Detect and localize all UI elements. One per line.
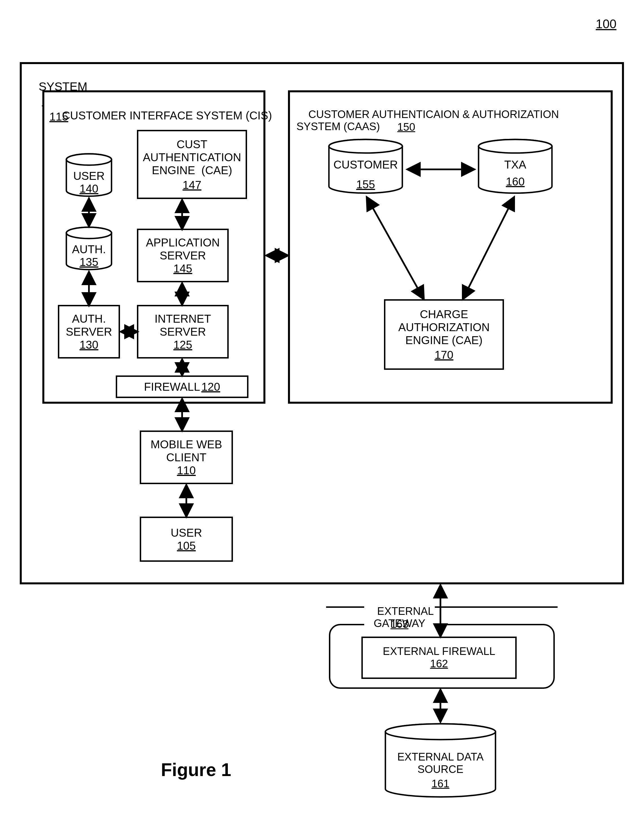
cae-label: CUST AUTHENTICATION ENGINE (CAE) [143, 138, 241, 177]
auth-server-ref: 130 [80, 338, 99, 351]
caas-label: CUSTOMER AUTHENTICAION & AUTHORIZATION S… [296, 96, 559, 145]
page: 100 SYSTEM 101 CUSTOMER INTERFACE SYSTEM… [0, 0, 644, 826]
txa-db-label: TXA [474, 158, 556, 171]
cae-box: CUST AUTHENTICATION ENGINE (CAE) 147 [137, 130, 247, 199]
user-ref: 105 [177, 539, 196, 552]
svg-point-3 [66, 227, 112, 239]
app-server-label: APPLICATION SERVER [146, 236, 220, 262]
cae-ref: 147 [183, 179, 202, 191]
charge-engine-ref: 170 [435, 348, 453, 361]
figure-caption: Figure 1 [161, 759, 231, 780]
caas-ref: 150 [397, 121, 415, 133]
gateway-label-tick-left [326, 606, 366, 608]
auth-server-box: AUTH. SERVER 130 [58, 305, 120, 359]
svg-point-7 [478, 140, 552, 153]
customer-db-ref: 155 [325, 178, 407, 191]
external-data-source-label: EXTERNAL DATA SOURCE [381, 751, 500, 775]
internet-server-label: INTERNET SERVER [155, 312, 211, 338]
svg-point-9 [385, 724, 495, 740]
caas-label-text: CUSTOMER AUTHENTICAION & AUTHORIZATION S… [296, 109, 559, 133]
external-data-source-ref: 161 [381, 778, 500, 790]
mobile-web-client-box: MOBILE WEB CLIENT 110 [140, 430, 233, 484]
internet-server-ref: 125 [173, 338, 192, 351]
external-firewall-ref: 162 [430, 658, 448, 670]
cis-ref: 115 [50, 110, 68, 123]
auth-db-ref: 135 [64, 256, 114, 269]
internet-server-box: INTERNET SERVER 125 [137, 305, 229, 359]
page-number: 100 [596, 17, 616, 31]
firewall-ref: 120 [201, 380, 220, 393]
app-server-box: APPLICATION SERVER 145 [137, 229, 229, 282]
user-db-label: USER [64, 169, 114, 182]
svg-point-1 [66, 154, 112, 165]
txa-db-ref: 160 [474, 175, 556, 188]
auth-server-label: AUTH. SERVER [66, 312, 112, 338]
gateway-label-tick-right [432, 606, 558, 608]
firewall-box: FIREWALL 120 [116, 376, 248, 398]
external-firewall-label: EXTERNAL FIREWALL [383, 645, 495, 658]
charge-engine-label: CHARGE AUTHORIZATION ENGINE (CAE) [398, 308, 490, 347]
user-label: USER [171, 526, 202, 539]
external-firewall-box: EXTERNAL FIREWALL 162 [362, 637, 517, 679]
customer-db-label: CUSTOMER [325, 158, 407, 171]
mobile-web-client-ref: 110 [177, 464, 196, 477]
external-gateway-label: EXTERNAL GATEWAY [364, 593, 435, 642]
user-box: USER 105 [140, 517, 233, 562]
user-db-ref: 140 [64, 182, 114, 195]
external-gateway-ref: 163 [364, 618, 435, 630]
cis-label: CUSTOMER INTERFACE SYSTEM (CIS) [50, 96, 272, 135]
auth-db-label: AUTH. [64, 243, 114, 256]
cis-label-text: CUSTOMER INTERFACE SYSTEM (CIS) [62, 109, 272, 122]
charge-engine-box: CHARGE AUTHORIZATION ENGINE (CAE) 170 [384, 299, 504, 370]
app-server-ref: 145 [173, 262, 192, 275]
svg-point-5 [329, 140, 402, 153]
mobile-web-client-label: MOBILE WEB CLIENT [151, 438, 222, 464]
firewall-label: FIREWALL [144, 380, 200, 393]
